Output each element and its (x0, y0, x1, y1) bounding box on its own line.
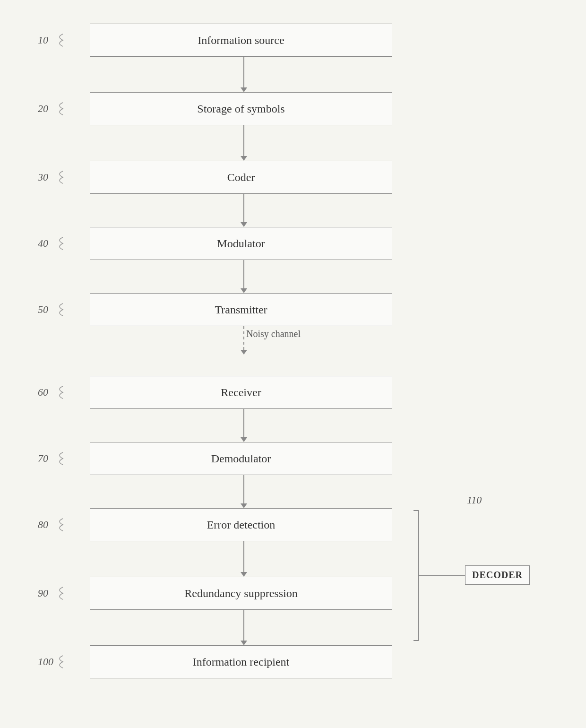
squiggle-10 (54, 33, 65, 47)
arrow-head-0 (241, 87, 247, 92)
arrow-head-6 (241, 503, 247, 508)
block-40: 40Modulator (28, 227, 416, 260)
block-text-30: Coder (227, 171, 255, 184)
block-number-70: 70 (38, 452, 48, 465)
arrow-8 (241, 610, 247, 645)
arrow-head-4 (241, 350, 247, 355)
decoder-number: 110 (467, 494, 482, 506)
noisy-channel-label: Noisy channel (246, 329, 301, 339)
arrow-line-0 (243, 57, 244, 87)
arrow-5 (241, 409, 247, 442)
block-number-10: 10 (38, 34, 48, 46)
arrow-head-2 (241, 222, 247, 227)
arrow-line-1 (243, 125, 244, 156)
arrow-head-7 (241, 572, 247, 577)
block-number-60: 60 (38, 386, 48, 399)
squiggle-100 (54, 655, 65, 669)
arrow-7 (241, 541, 247, 577)
block-rect-40: Modulator (90, 227, 392, 260)
arrow-2 (241, 194, 247, 227)
block-text-10: Information source (198, 34, 284, 47)
block-30: 30Coder (28, 161, 416, 194)
block-number-30: 30 (38, 171, 48, 183)
block-number-90: 90 (38, 587, 48, 599)
arrow-head-3 (241, 288, 247, 293)
block-text-40: Modulator (217, 237, 265, 250)
arrow-3 (241, 260, 247, 293)
block-rect-20: Storage of symbols (90, 92, 392, 125)
block-60: 60Receiver (28, 376, 416, 409)
arrow-dashed-line-4 (243, 326, 244, 350)
block-rect-90: Redundancy suppression (90, 577, 392, 610)
block-rect-80: Error detection (90, 508, 392, 541)
arrow-head-8 (241, 641, 247, 645)
block-rect-10: Information source (90, 24, 392, 57)
block-text-90: Redundancy suppression (184, 587, 297, 600)
block-number-50: 50 (38, 303, 48, 316)
squiggle-90 (54, 586, 65, 600)
squiggle-20 (54, 102, 65, 116)
arrow-line-8 (243, 610, 244, 641)
squiggle-50 (54, 303, 65, 317)
squiggle-30 (54, 170, 65, 184)
block-rect-30: Coder (90, 161, 392, 194)
block-text-50: Transmitter (215, 303, 267, 316)
block-70: 70Demodulator (28, 442, 416, 475)
arrow-line-6 (243, 475, 244, 503)
arrow-head-5 (241, 437, 247, 442)
block-rect-100: Information recipient (90, 645, 392, 678)
decoder-connector-line (418, 575, 465, 577)
block-100: 100Information recipient (28, 645, 416, 678)
block-rect-60: Receiver (90, 376, 392, 409)
block-number-100: 100 (38, 656, 53, 668)
arrow-line-2 (243, 194, 244, 222)
arrow-line-5 (243, 409, 244, 437)
block-number-20: 20 (38, 103, 48, 115)
block-rect-50: Transmitter (90, 293, 392, 326)
diagram-container: 10Information source20Storage of symbols… (28, 9, 567, 719)
block-10: 10Information source (28, 24, 416, 57)
decoder-box: DECODER (465, 565, 530, 585)
block-text-20: Storage of symbols (197, 103, 284, 115)
block-text-100: Information recipient (193, 656, 290, 668)
block-20: 20Storage of symbols (28, 92, 416, 125)
block-90: 90Redundancy suppression (28, 577, 416, 610)
block-text-70: Demodulator (211, 452, 271, 465)
squiggle-80 (54, 518, 65, 532)
block-80: 80Error detection (28, 508, 416, 541)
block-rect-70: Demodulator (90, 442, 392, 475)
arrow-1 (241, 125, 247, 161)
decoder-label: DECODER (472, 570, 523, 581)
squiggle-40 (54, 236, 65, 251)
arrow-6 (241, 475, 247, 508)
arrow-0 (241, 57, 247, 92)
block-50: 50Transmitter (28, 293, 416, 326)
arrow-4: Noisy channel (241, 326, 247, 355)
block-number-40: 40 (38, 237, 48, 250)
arrow-head-1 (241, 156, 247, 161)
block-text-60: Receiver (221, 386, 261, 399)
squiggle-60 (54, 385, 65, 399)
arrow-line-7 (243, 541, 244, 572)
block-text-80: Error detection (207, 519, 276, 531)
arrow-line-3 (243, 260, 244, 288)
block-number-80: 80 (38, 519, 48, 531)
squiggle-70 (54, 451, 65, 466)
